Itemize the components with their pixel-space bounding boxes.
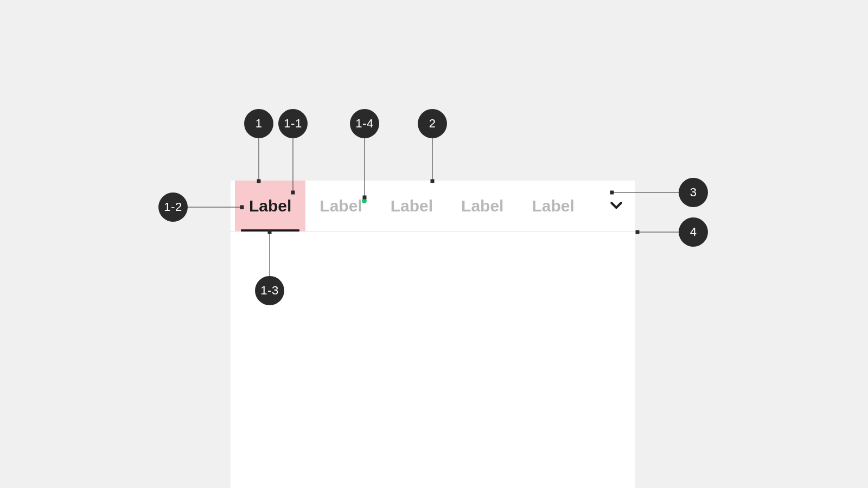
tab-4-label: Label (461, 197, 503, 215)
annotation-bubble-1-4: 1-4 (350, 109, 379, 138)
annotation-bubble-1-2: 1-2 (158, 192, 188, 222)
tab-bar: Label Label Label Label Label (231, 181, 635, 232)
tab-5-label: Label (532, 197, 574, 215)
tab-1-label: Label (249, 197, 291, 215)
notification-dot-icon (362, 198, 367, 203)
tab-active-underline (241, 229, 299, 232)
annotation-bubble-3: 3 (679, 178, 708, 207)
annotation-bubble-2: 2 (418, 109, 447, 138)
tab-5[interactable]: Label (518, 181, 588, 232)
annotation-bubble-1-1: 1-1 (278, 109, 308, 138)
tab-3[interactable]: Label (376, 181, 447, 232)
tab-3-label: Label (391, 197, 433, 215)
svg-rect-15 (636, 230, 639, 234)
card-panel: Label Label Label Label Label (231, 181, 635, 488)
tab-2-label: Label (320, 197, 362, 215)
chevron-down-icon (608, 197, 624, 215)
annotation-bubble-1: 1 (244, 109, 273, 138)
annotation-bubble-4: 4 (679, 217, 708, 247)
tab-1[interactable]: Label (235, 181, 305, 232)
tab-4[interactable]: Label (447, 181, 518, 232)
overflow-menu-button[interactable] (603, 181, 635, 232)
tab-2[interactable]: Label (305, 181, 376, 232)
